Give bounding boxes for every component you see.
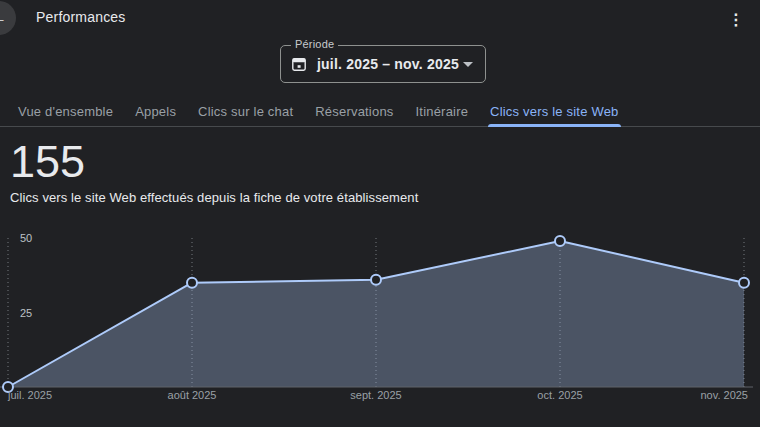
tab-label: Itinéraire bbox=[416, 104, 469, 119]
tab-label: Réservations bbox=[315, 104, 393, 119]
data-point[interactable] bbox=[739, 278, 749, 288]
more-options-button[interactable]: ⋮ bbox=[724, 8, 748, 32]
tab-label: Clics sur le chat bbox=[198, 104, 293, 119]
period-selector[interactable]: Période juil. 2025 – nov. 2025 bbox=[280, 45, 486, 83]
y-tick-label: 50 bbox=[20, 232, 32, 244]
x-tick-label: juil. 2025 bbox=[7, 389, 52, 401]
tab-r-servations[interactable]: Réservations bbox=[304, 96, 404, 126]
period-selector-label: Période bbox=[291, 38, 338, 50]
x-tick-label: sept. 2025 bbox=[350, 389, 401, 401]
y-tick-label: 25 bbox=[20, 307, 32, 319]
x-tick-label: oct. 2025 bbox=[537, 389, 582, 401]
period-selector-value: juil. 2025 – nov. 2025 bbox=[317, 56, 463, 72]
metric-description: Clics vers le site Web effectués depuis … bbox=[10, 190, 418, 205]
tab-itin-raire[interactable]: Itinéraire bbox=[405, 96, 480, 126]
data-point[interactable] bbox=[187, 278, 197, 288]
x-tick-label: août 2025 bbox=[168, 389, 217, 401]
kebab-menu-icon: ⋮ bbox=[728, 11, 744, 28]
caret-down-icon bbox=[463, 62, 473, 67]
back-button[interactable]: ← bbox=[0, 1, 16, 35]
tab-label: Clics vers le site Web bbox=[490, 104, 618, 119]
tab-label: Appels bbox=[135, 104, 176, 119]
page-title: Performances bbox=[36, 9, 126, 25]
data-point[interactable] bbox=[555, 236, 565, 246]
clicks-chart: 2550juil. 2025août 2025sept. 2025oct. 20… bbox=[0, 225, 760, 405]
tab-clics-sur-le-chat[interactable]: Clics sur le chat bbox=[187, 96, 304, 126]
x-tick-label: nov. 2025 bbox=[700, 389, 748, 401]
arrow-back-icon: ← bbox=[0, 9, 7, 27]
tab-bar: Vue d'ensembleAppelsClics sur le chatRés… bbox=[0, 96, 760, 127]
app-header: ← Performances ⋮ bbox=[0, 0, 760, 40]
calendar-icon bbox=[291, 56, 307, 72]
tab-clics-vers-le-site-web[interactable]: Clics vers le site Web bbox=[479, 96, 629, 126]
tab-label: Vue d'ensemble bbox=[18, 104, 113, 119]
data-point[interactable] bbox=[371, 275, 381, 285]
tab-appels[interactable]: Appels bbox=[124, 96, 187, 126]
metric-total: 155 bbox=[10, 138, 85, 185]
tab-vue-d-ensemble[interactable]: Vue d'ensemble bbox=[7, 96, 124, 126]
